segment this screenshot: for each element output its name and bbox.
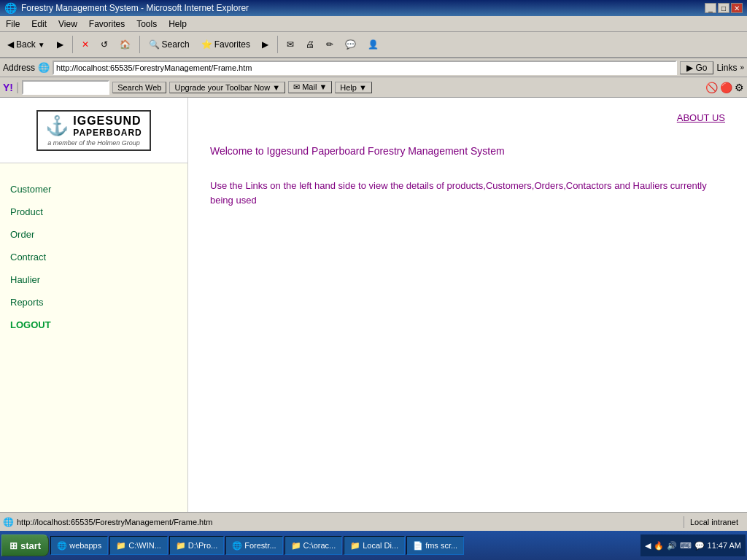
- logo-sub: PAPERBOARD: [73, 128, 142, 138]
- logo-symbol-icon: ⚓: [45, 114, 69, 137]
- mail-button[interactable]: ✉: [282, 38, 298, 51]
- discuss-icon: 💬: [345, 39, 356, 50]
- yahoo-divider: |: [16, 81, 19, 94]
- go-arrow-icon: ▶: [686, 63, 693, 73]
- yahoo-icon3: ⚙: [735, 82, 744, 93]
- logo-brand: IGGESUND: [73, 114, 142, 128]
- menu-tools[interactable]: Tools: [133, 18, 160, 30]
- nav-item-contract[interactable]: Contract: [7, 246, 180, 268]
- nav-item-reports[interactable]: Reports: [7, 291, 180, 314]
- nav-item-haulier[interactable]: Haulier: [7, 268, 180, 291]
- window-title: Forestry Management System - Microsoft I…: [21, 3, 249, 13]
- yahoo-icon2: 🔴: [720, 82, 732, 93]
- mail-envelope-icon: ✉: [293, 82, 300, 91]
- back-icon: ◀: [7, 39, 14, 50]
- refresh-icon: ↺: [101, 39, 108, 50]
- logo-area: ⚓ IGGESUND PAPERBOARD a member of the Ho…: [0, 98, 187, 163]
- discuss-button[interactable]: 💬: [341, 38, 360, 51]
- mail-chevron-icon: ▼: [319, 82, 327, 91]
- nav-area: Customer Product Order Contract Haulier …: [0, 163, 187, 343]
- yahoo-search-button[interactable]: Search Web: [112, 82, 166, 93]
- right-panel: ABOUT US Welcome to Iggesund Paperboard …: [188, 98, 747, 512]
- nav-item-product[interactable]: Product: [7, 201, 180, 223]
- nav-item-order[interactable]: Order: [7, 223, 180, 246]
- menu-view[interactable]: View: [55, 18, 80, 30]
- yahoo-upgrade-button[interactable]: Upgrade your Toolbar Now ▼: [169, 82, 285, 93]
- minimize-btn[interactable]: _: [705, 3, 716, 13]
- address-icon: 🌐: [38, 62, 50, 73]
- separator: [72, 36, 73, 53]
- media-icon: ▶: [262, 39, 268, 50]
- address-bar: Address 🌐 ▶ Go Links »: [0, 58, 747, 77]
- messenger-button[interactable]: 👤: [363, 38, 383, 51]
- star-icon: ⭐: [201, 39, 212, 50]
- nav-item-customer[interactable]: Customer: [7, 178, 180, 201]
- go-button[interactable]: ▶ Go: [680, 61, 713, 74]
- yahoo-search-input[interactable]: [22, 80, 109, 95]
- mail-icon: ✉: [287, 39, 294, 50]
- print-icon: 🖨: [306, 39, 314, 50]
- menu-favorites[interactable]: Favorites: [86, 18, 128, 30]
- stop-button[interactable]: ✕: [77, 38, 93, 51]
- messenger-icon: 👤: [368, 39, 379, 50]
- address-label: Address: [3, 63, 35, 73]
- maximize-btn[interactable]: □: [718, 3, 729, 13]
- search-icon: 🔍: [149, 39, 160, 50]
- yahoo-mail-button[interactable]: ✉ Mail ▼: [288, 81, 332, 93]
- edit-icon: ✏: [326, 39, 333, 50]
- favorites-button[interactable]: ⭐ Favorites: [197, 38, 255, 51]
- forward-button[interactable]: ▶: [53, 38, 68, 51]
- close-btn[interactable]: ✕: [731, 3, 743, 13]
- yahoo-bar: Y! | Search Web Upgrade your Toolbar Now…: [0, 77, 747, 98]
- search-button[interactable]: 🔍 Search: [144, 38, 194, 51]
- edit-button[interactable]: ✏: [322, 38, 338, 51]
- back-button[interactable]: ◀ Back ▼: [3, 38, 50, 51]
- logo-box: ⚓ IGGESUND PAPERBOARD a member of the Ho…: [36, 110, 150, 151]
- welcome-text: Welcome to Iggesund Paperboard Forestry …: [210, 145, 725, 157]
- home-button[interactable]: 🏠: [115, 38, 135, 51]
- refresh-button[interactable]: ↺: [96, 38, 112, 51]
- menu-help[interactable]: Help: [166, 18, 190, 30]
- back-chevron-icon: ▼: [38, 41, 45, 49]
- home-icon: 🏠: [120, 39, 131, 50]
- about-us-link[interactable]: ABOUT US: [210, 112, 725, 123]
- description-text: Use the Links on the left hand side to v…: [210, 179, 725, 207]
- yahoo-icon1: 🚫: [705, 82, 718, 93]
- separator3: [277, 36, 278, 53]
- main-area: ⚓ IGGESUND PAPERBOARD a member of the Ho…: [0, 98, 747, 512]
- menu-bar: File Edit View Favorites Tools Help: [0, 16, 747, 32]
- links-expand-icon: »: [740, 63, 744, 71]
- browser-icon: 🌐: [4, 2, 17, 14]
- logo-member: a member of the Holmen Group: [47, 139, 140, 147]
- stop-icon: ✕: [82, 39, 89, 50]
- address-input[interactable]: [53, 61, 677, 75]
- print-button[interactable]: 🖨: [301, 38, 319, 51]
- yahoo-toolbar-icons: 🚫 🔴 ⚙: [705, 82, 744, 93]
- help-chevron-icon: ▼: [359, 83, 367, 92]
- yahoo-help-button[interactable]: Help ▼: [335, 82, 372, 93]
- separator2: [139, 36, 140, 53]
- forward-icon: ▶: [57, 39, 63, 50]
- links-label: Links: [716, 63, 737, 73]
- title-bar: 🌐 Forestry Management System - Microsoft…: [0, 0, 747, 16]
- yahoo-logo: Y!: [3, 82, 13, 93]
- upgrade-chevron-icon: ▼: [272, 83, 280, 92]
- media-button[interactable]: ▶: [258, 38, 273, 51]
- nav-logout[interactable]: LOGOUT: [7, 314, 180, 336]
- menu-file[interactable]: File: [3, 18, 23, 30]
- menu-edit[interactable]: Edit: [28, 18, 50, 30]
- toolbar: ◀ Back ▼ ▶ ✕ ↺ 🏠 🔍 Search ⭐ Favorites ▶ …: [0, 32, 747, 58]
- left-panel: ⚓ IGGESUND PAPERBOARD a member of the Ho…: [0, 98, 188, 512]
